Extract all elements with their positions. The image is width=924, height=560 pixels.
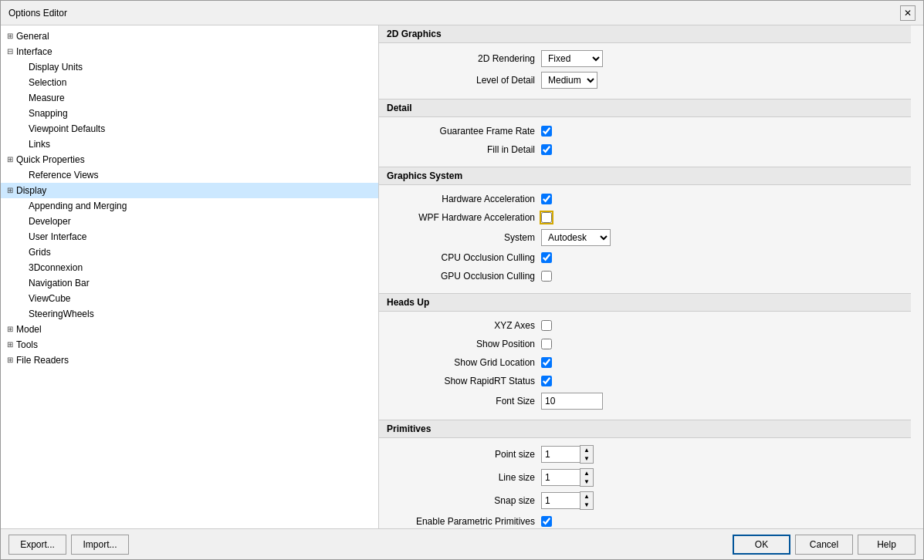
- checkbox-show-rapidrt[interactable]: [541, 376, 552, 386]
- checkbox-enable-parametric[interactable]: [541, 516, 552, 527]
- checkbox-xyz-axes[interactable]: [541, 320, 552, 331]
- tree-label-links: Links: [29, 137, 50, 151]
- tree-item-measure[interactable]: Measure: [1, 90, 378, 106]
- settings-2d-graphics: 2D Rendering Fixed Auto GDI+ Level of De…: [379, 43, 911, 96]
- spacer3: [16, 92, 29, 104]
- label-show-grid-location: Show Grid Location: [387, 357, 541, 368]
- dropdown-lod[interactable]: Low Medium High: [541, 72, 597, 89]
- tree-item-navigation-bar[interactable]: Navigation Bar: [1, 275, 378, 291]
- spinner-up-snap-size[interactable]: ▲: [580, 492, 593, 501]
- options-editor-dialog: Options Editor ✕ ⊞ General ⊟ Interface D…: [0, 0, 924, 560]
- tree-item-file-readers[interactable]: ⊞ File Readers: [1, 353, 378, 368]
- checkbox-hardware-accel[interactable]: [541, 194, 552, 204]
- expand-icon-interface[interactable]: ⊟: [4, 46, 16, 58]
- spinner-down-line-size[interactable]: ▼: [580, 477, 593, 486]
- bottom-right-buttons: OK Cancel Help: [733, 535, 916, 555]
- tree-label-measure: Measure: [29, 91, 65, 105]
- dropdown-2d-rendering[interactable]: Fixed Auto GDI+: [541, 50, 603, 67]
- settings-primitives: Point size ▲ ▼ Line siz: [379, 438, 911, 528]
- control-show-position: [541, 339, 552, 349]
- tree-label-user-interface: User Interface: [29, 230, 86, 244]
- control-fill-in-detail: [541, 144, 552, 155]
- tree-item-general[interactable]: ⊞ General: [1, 29, 378, 44]
- tree-item-links[interactable]: Links: [1, 137, 378, 152]
- export-button[interactable]: Export...: [8, 535, 66, 555]
- tree-item-developer[interactable]: Developer: [1, 214, 378, 229]
- setting-row-show-grid-location: Show Grid Location: [379, 353, 911, 372]
- expand-icon-general[interactable]: ⊞: [4, 30, 16, 42]
- input-snap-size[interactable]: [541, 492, 580, 509]
- setting-row-snap-size: Snap size ▲ ▼: [379, 489, 911, 512]
- main-content: ⊞ General ⊟ Interface Display Units Sele…: [1, 25, 923, 528]
- section-header-2d-graphics: 2D Graphics: [379, 25, 911, 43]
- spinner-down-snap-size[interactable]: ▼: [580, 501, 593, 509]
- spacer2: [16, 76, 29, 89]
- setting-row-2d-rendering: 2D Rendering Fixed Auto GDI+: [379, 48, 911, 69]
- settings-graphics-system: Hardware Acceleration WPF Hardware Accel…: [379, 185, 911, 290]
- tree-label-selection: Selection: [29, 76, 66, 89]
- spacer12: [16, 261, 29, 274]
- input-line-size[interactable]: [541, 469, 580, 486]
- tree-item-interface[interactable]: ⊟ Interface: [1, 44, 378, 59]
- settings-panel: 2D Graphics 2D Rendering Fixed Auto GDI+: [379, 25, 923, 528]
- input-point-size[interactable]: [541, 446, 580, 463]
- tree-item-viewcube[interactable]: ViewCube: [1, 291, 378, 306]
- expand-icon-file-readers[interactable]: ⊞: [4, 354, 16, 366]
- label-show-position: Show Position: [387, 339, 541, 349]
- tree-label-general: General: [16, 29, 49, 43]
- expand-icon-quick-props[interactable]: ⊞: [4, 153, 16, 166]
- tree-label-file-readers: File Readers: [16, 353, 69, 367]
- dropdown-system[interactable]: Autodesk OpenGL Direct3D: [541, 229, 611, 246]
- tree-item-3dconnexion[interactable]: 3Dconnexion: [1, 260, 378, 275]
- tree-item-snapping[interactable]: Snapping: [1, 106, 378, 121]
- tree-item-display[interactable]: ⊞ Display: [1, 183, 378, 198]
- tree-item-selection[interactable]: Selection: [1, 75, 378, 90]
- tree-label-tools: Tools: [16, 338, 38, 352]
- tree-item-steeringwheels[interactable]: SteeringWheels: [1, 306, 378, 322]
- checkbox-wpf-hardware-accel[interactable]: [541, 212, 552, 223]
- tree-item-tools[interactable]: ⊞ Tools: [1, 337, 378, 353]
- setting-row-font-size: Font Size: [379, 390, 911, 412]
- tree-item-grids[interactable]: Grids: [1, 245, 378, 260]
- checkbox-guarantee-frame-rate[interactable]: [541, 126, 552, 137]
- input-font-size[interactable]: [541, 393, 603, 410]
- label-lod: Level of Detail: [387, 75, 541, 86]
- close-button[interactable]: ✕: [900, 5, 916, 21]
- spacer11: [16, 246, 29, 258]
- ok-button[interactable]: OK: [733, 535, 790, 555]
- spinner-buttons-point-size: ▲ ▼: [580, 445, 594, 464]
- spinner-down-point-size[interactable]: ▼: [580, 454, 593, 463]
- setting-row-show-position: Show Position: [379, 335, 911, 353]
- expand-icon-tools[interactable]: ⊞: [4, 339, 16, 351]
- expand-icon-display[interactable]: ⊞: [4, 184, 16, 197]
- checkbox-cpu-occlusion[interactable]: [541, 252, 552, 263]
- import-button[interactable]: Import...: [71, 535, 129, 555]
- tree-item-viewpoint-defaults[interactable]: Viewpoint Defaults: [1, 121, 378, 137]
- tree-item-user-interface[interactable]: User Interface: [1, 229, 378, 245]
- tree-label-display: Display: [16, 184, 46, 197]
- tree-item-model[interactable]: ⊞ Model: [1, 322, 378, 337]
- checkbox-show-position[interactable]: [541, 339, 552, 349]
- setting-row-cpu-occlusion: CPU Occlusion Culling: [379, 248, 911, 267]
- tree-item-quick-properties[interactable]: ⊞ Quick Properties: [1, 152, 378, 167]
- checkbox-show-grid-location[interactable]: [541, 357, 552, 368]
- tree-item-display-units[interactable]: Display Units: [1, 59, 378, 75]
- checkbox-gpu-occlusion[interactable]: [541, 271, 552, 282]
- spacer13: [16, 277, 29, 289]
- tree-label-steeringwheels: SteeringWheels: [29, 307, 94, 321]
- tree-item-appending-merging[interactable]: Appending and Merging: [1, 198, 378, 214]
- spinner-up-point-size[interactable]: ▲: [580, 446, 593, 454]
- tree-item-reference-views[interactable]: Reference Views: [1, 167, 378, 183]
- cancel-button[interactable]: Cancel: [795, 535, 853, 555]
- section-header-primitives: Primitives: [379, 420, 911, 438]
- spinner-up-line-size[interactable]: ▲: [580, 469, 593, 477]
- spinner-buttons-snap-size: ▲ ▼: [580, 491, 594, 510]
- checkbox-fill-in-detail[interactable]: [541, 144, 552, 155]
- control-lod: Low Medium High: [541, 72, 597, 89]
- expand-icon-model[interactable]: ⊞: [4, 323, 16, 336]
- setting-row-line-size: Line size ▲ ▼: [379, 466, 911, 489]
- help-button[interactable]: Help: [858, 535, 916, 555]
- tree-label-grids: Grids: [29, 245, 51, 259]
- control-line-size: ▲ ▼: [541, 468, 594, 487]
- control-system: Autodesk OpenGL Direct3D: [541, 229, 611, 246]
